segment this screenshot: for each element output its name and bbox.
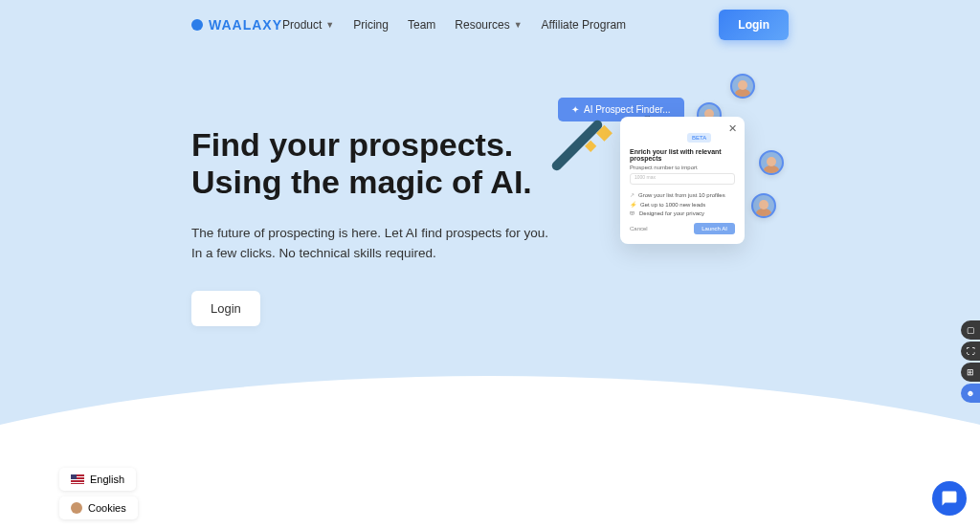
feature-label: Designed for your privacy — [639, 210, 704, 216]
prospect-card: ✕ BETA Enrich your list with relevant pr… — [620, 117, 745, 244]
us-flag-icon — [71, 474, 84, 484]
nav-team-label: Team — [408, 18, 435, 32]
hero-sub-line1: The future of prospecting is here. Let A… — [191, 226, 548, 240]
rocket-icon: ↗ — [630, 191, 635, 198]
avatar — [730, 74, 755, 99]
brand-logo[interactable]: WAALAXY — [191, 17, 282, 33]
sparkle-icon: ✦ — [571, 104, 579, 115]
shield-icon: ⛨ — [630, 210, 635, 216]
bolt-icon: ⚡ — [630, 201, 636, 208]
hero-title-line1: Find your prospects. — [191, 126, 513, 163]
nav-pricing[interactable]: Pricing — [353, 18, 389, 32]
avatar — [751, 193, 776, 218]
nav-resources-label: Resources — [455, 18, 509, 32]
side-guide-button[interactable]: ▢ — [961, 320, 980, 340]
main-nav: Product ▼ Pricing Team Resources ▼ Affil… — [282, 18, 626, 32]
sparkle-icon: ◆ — [596, 120, 612, 144]
intercom-launcher[interactable] — [932, 481, 967, 516]
feature-item: ⛨Designed for your privacy — [630, 210, 735, 216]
language-label: English — [90, 474, 124, 485]
login-button-hero[interactable]: Login — [191, 291, 260, 326]
card-field-label: Prospect number to import — [630, 165, 735, 170]
launch-ai-button[interactable]: Launch AI — [694, 223, 735, 234]
chevron-down-icon: ▼ — [514, 20, 523, 30]
logo-icon — [191, 19, 203, 31]
side-toolbar: ▢ ⛶ ⊞ ☻ — [961, 320, 980, 403]
chat-icon — [941, 490, 958, 507]
side-expand-button[interactable]: ⛶ — [961, 342, 980, 361]
chevron-down-icon: ▼ — [325, 20, 334, 30]
nav-product-label: Product — [282, 18, 322, 32]
hero-illustration: ✦ AI Prospect Finder... ☟ ◆ ◆ ✕ BETA Enr… — [568, 88, 980, 326]
nav-product[interactable]: Product ▼ — [282, 18, 334, 32]
hero-cta-label: Login — [211, 301, 241, 316]
login-label: Login — [738, 18, 769, 32]
hero-subtitle: The future of prospecting is here. Let A… — [191, 224, 548, 264]
nav-team[interactable]: Team — [408, 18, 435, 32]
cookie-settings[interactable]: Cookies — [59, 496, 138, 519]
cancel-button[interactable]: Cancel — [630, 226, 648, 231]
nav-resources[interactable]: Resources ▼ — [455, 18, 522, 32]
close-icon[interactable]: ✕ — [728, 122, 737, 135]
pill-label: AI Prospect Finder... — [584, 104, 671, 115]
brand-name: WAALAXY — [209, 17, 282, 33]
login-button-header[interactable]: Login — [719, 10, 789, 40]
cookie-icon — [71, 502, 82, 514]
language-selector[interactable]: English — [59, 468, 136, 491]
hero-sub-line2: In a few clicks. No technical skills req… — [191, 246, 436, 260]
beta-badge: BETA — [687, 133, 711, 143]
nav-affiliate[interactable]: Affiliate Program — [542, 18, 626, 32]
cookies-label: Cookies — [88, 502, 126, 514]
feature-label: Get up to 1000 new leads — [640, 202, 705, 208]
card-title: Enrich your list with relevant prospects — [630, 148, 735, 162]
hero-title: Find your prospects. Using the magic of … — [191, 126, 548, 201]
nav-affiliate-label: Affiliate Program — [542, 18, 626, 32]
hero-title-line2: Using the magic of AI. — [191, 164, 532, 200]
avatar — [759, 150, 784, 175]
feature-label: Grow your list from just 10 profiles — [638, 192, 725, 198]
side-apps-button[interactable]: ⊞ — [961, 363, 980, 382]
prospect-number-input[interactable]: 1000 max — [630, 173, 735, 185]
sparkle-icon: ◆ — [585, 136, 596, 154]
feature-item: ↗Grow your list from just 10 profiles — [630, 191, 735, 198]
nav-pricing-label: Pricing — [353, 18, 389, 32]
feature-item: ⚡Get up to 1000 new leads — [630, 201, 735, 208]
side-chat-button[interactable]: ☻ — [961, 384, 980, 403]
